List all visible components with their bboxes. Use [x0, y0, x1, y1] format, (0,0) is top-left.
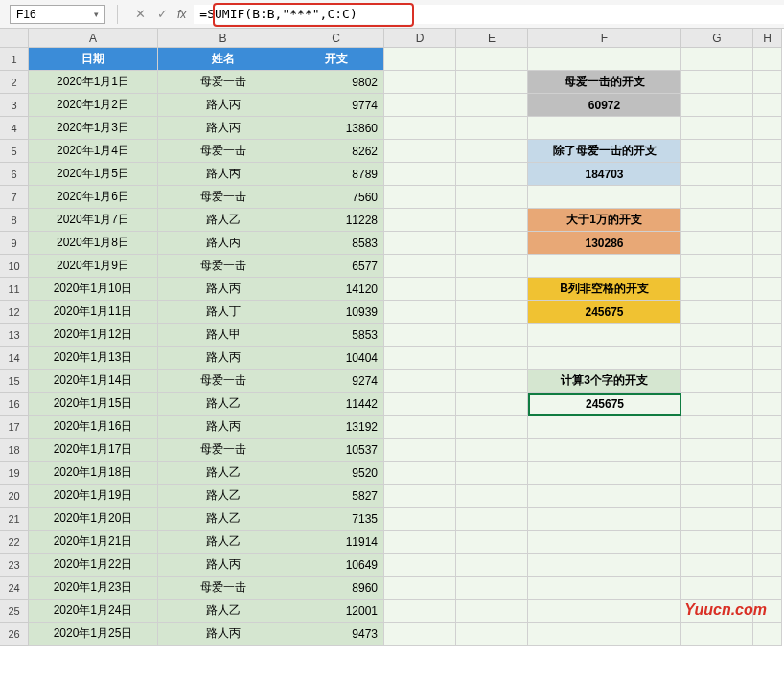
cell[interactable]: [753, 531, 782, 554]
cell[interactable]: [384, 508, 456, 531]
cell[interactable]: [528, 623, 681, 646]
cell-a[interactable]: 2020年1月10日: [29, 278, 158, 301]
cell[interactable]: [384, 94, 456, 117]
cell-b[interactable]: 路人丙: [158, 232, 288, 255]
cell[interactable]: [753, 462, 782, 485]
cell-a[interactable]: 2020年1月12日: [29, 324, 158, 347]
row-header[interactable]: 20: [0, 485, 29, 508]
cell[interactable]: [681, 140, 753, 163]
cell[interactable]: [456, 94, 528, 117]
summary-cell[interactable]: 除了母爱一击的开支: [528, 140, 681, 163]
cell[interactable]: [753, 508, 782, 531]
cell[interactable]: [384, 485, 456, 508]
cell[interactable]: [456, 600, 528, 623]
col-header[interactable]: C: [288, 29, 384, 48]
cell-c[interactable]: 8960: [288, 577, 384, 600]
cell[interactable]: [681, 393, 753, 416]
row-header[interactable]: 7: [0, 186, 29, 209]
col-header[interactable]: F: [528, 29, 681, 48]
cell[interactable]: [528, 577, 681, 600]
summary-cell[interactable]: 大于1万的开支: [528, 209, 681, 232]
cell[interactable]: [384, 623, 456, 646]
cell-c[interactable]: 5853: [288, 324, 384, 347]
cell[interactable]: [681, 439, 753, 462]
cell-a[interactable]: 2020年1月23日: [29, 577, 158, 600]
col-header[interactable]: E: [456, 29, 528, 48]
cell[interactable]: [456, 554, 528, 577]
summary-cell[interactable]: 130286: [528, 232, 681, 255]
cell[interactable]: [681, 278, 753, 301]
cell[interactable]: [456, 48, 528, 71]
fx-icon[interactable]: fx: [177, 8, 186, 21]
row-header[interactable]: 5: [0, 140, 29, 163]
formula-input[interactable]: [194, 5, 784, 24]
cell-b[interactable]: 母爱一击: [158, 140, 288, 163]
cell[interactable]: [384, 370, 456, 393]
cell[interactable]: [456, 577, 528, 600]
cell[interactable]: [384, 278, 456, 301]
cell[interactable]: [681, 209, 753, 232]
row-header[interactable]: 1: [0, 48, 29, 71]
cell-a[interactable]: 2020年1月2日: [29, 94, 158, 117]
cell[interactable]: [753, 370, 782, 393]
cell[interactable]: [456, 393, 528, 416]
cell[interactable]: [753, 577, 782, 600]
cell-a[interactable]: 2020年1月24日: [29, 600, 158, 623]
cell[interactable]: [681, 71, 753, 94]
cell-b[interactable]: 母爱一击: [158, 370, 288, 393]
cell-a[interactable]: 2020年1月7日: [29, 209, 158, 232]
cell[interactable]: [753, 117, 782, 140]
cell-c[interactable]: 12001: [288, 600, 384, 623]
cell-b[interactable]: 母爱一击: [158, 439, 288, 462]
cell[interactable]: [528, 186, 681, 209]
cell[interactable]: [681, 94, 753, 117]
cell-c[interactable]: 13860: [288, 117, 384, 140]
cell-a[interactable]: 2020年1月13日: [29, 347, 158, 370]
cell[interactable]: [384, 439, 456, 462]
cell[interactable]: [456, 531, 528, 554]
summary-cell[interactable]: B列非空格的开支: [528, 278, 681, 301]
cell[interactable]: [456, 186, 528, 209]
row-header[interactable]: 2: [0, 71, 29, 94]
cell[interactable]: [753, 232, 782, 255]
cell-a[interactable]: 2020年1月16日: [29, 416, 158, 439]
cell[interactable]: [753, 209, 782, 232]
cell-a[interactable]: 2020年1月17日: [29, 439, 158, 462]
cell-c[interactable]: 7135: [288, 508, 384, 531]
col-header[interactable]: B: [158, 29, 288, 48]
cell-a[interactable]: 2020年1月1日: [29, 71, 158, 94]
row-header[interactable]: 26: [0, 623, 29, 646]
cell[interactable]: [753, 347, 782, 370]
cell-b[interactable]: 母爱一击: [158, 577, 288, 600]
cell[interactable]: [384, 140, 456, 163]
cell-c[interactable]: 11228: [288, 209, 384, 232]
cell[interactable]: [528, 416, 681, 439]
cell[interactable]: [456, 370, 528, 393]
cell[interactable]: [753, 94, 782, 117]
cell[interactable]: [456, 416, 528, 439]
cell-a[interactable]: 2020年1月9日: [29, 255, 158, 278]
summary-cell[interactable]: 245675: [528, 301, 681, 324]
cell[interactable]: [753, 255, 782, 278]
cell[interactable]: [456, 278, 528, 301]
cell[interactable]: [528, 462, 681, 485]
cell[interactable]: [456, 301, 528, 324]
cell[interactable]: [753, 186, 782, 209]
cell[interactable]: [528, 439, 681, 462]
row-header[interactable]: 11: [0, 278, 29, 301]
cell[interactable]: [456, 508, 528, 531]
cell[interactable]: [681, 508, 753, 531]
row-header[interactable]: 15: [0, 370, 29, 393]
row-header[interactable]: 6: [0, 163, 29, 186]
row-header[interactable]: 16: [0, 393, 29, 416]
cell-b[interactable]: 路人丙: [158, 347, 288, 370]
cell[interactable]: [753, 554, 782, 577]
cell[interactable]: [384, 393, 456, 416]
cell[interactable]: [753, 71, 782, 94]
row-header[interactable]: 17: [0, 416, 29, 439]
cell[interactable]: [384, 554, 456, 577]
cell[interactable]: [528, 554, 681, 577]
summary-cell[interactable]: 60972: [528, 94, 681, 117]
col-header[interactable]: A: [29, 29, 158, 48]
cell-b[interactable]: 路人丙: [158, 623, 288, 646]
